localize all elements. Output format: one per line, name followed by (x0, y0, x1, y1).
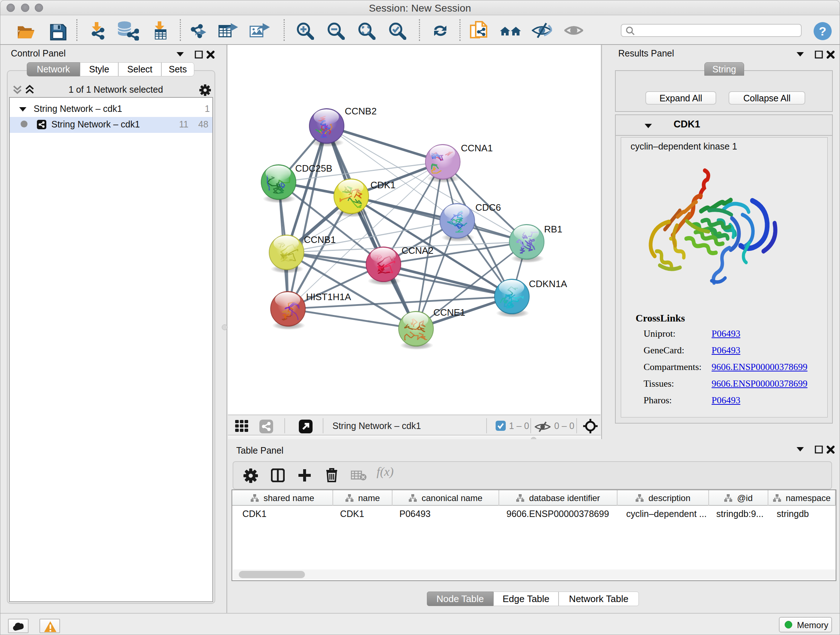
svg-text:CDKN1A: CDKN1A (529, 279, 567, 289)
svg-text:CDC25B: CDC25B (295, 163, 332, 174)
svg-text:CCNA2: CCNA2 (401, 245, 433, 256)
svg-text:CCNB1: CCNB1 (304, 234, 336, 245)
svg-text:CDC6: CDC6 (475, 202, 501, 213)
svg-text:RB1: RB1 (544, 224, 562, 234)
svg-text:?: ? (819, 24, 827, 38)
svg-text:CCNB2: CCNB2 (345, 106, 377, 117)
svg-text:CCNE1: CCNE1 (433, 307, 465, 318)
svg-text:HIST1H1A: HIST1H1A (306, 291, 351, 302)
svg-text:CDK1: CDK1 (370, 180, 395, 190)
svg-text:CCNA1: CCNA1 (461, 143, 493, 154)
